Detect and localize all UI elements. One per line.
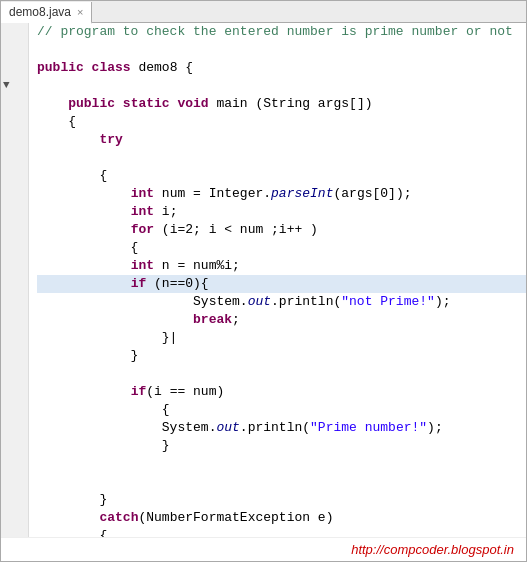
code-content[interactable]: // program to check the entered number i… bbox=[29, 23, 526, 537]
code-line: }| bbox=[37, 329, 526, 347]
code-line: int num = Integer.parseInt(args[0]); bbox=[37, 185, 526, 203]
code-line bbox=[37, 365, 526, 383]
line-gutter: ▼ bbox=[1, 23, 29, 537]
tab-bar: demo8.java × bbox=[1, 1, 526, 23]
code-line: int i; bbox=[37, 203, 526, 221]
code-line: catch(NumberFormatException e) bbox=[37, 509, 526, 527]
code-line: // program to check the entered number i… bbox=[37, 23, 526, 41]
tab-label: demo8.java bbox=[9, 5, 71, 19]
code-line: break; bbox=[37, 311, 526, 329]
code-line: public static void main (String args[]) bbox=[37, 95, 526, 113]
code-line bbox=[37, 473, 526, 491]
code-line: } bbox=[37, 437, 526, 455]
code-line: try bbox=[37, 131, 526, 149]
url-label: http://compcoder.blogspot.in bbox=[351, 542, 514, 557]
code-line: } bbox=[37, 347, 526, 365]
code-line: System.out.println("not Prime!"); bbox=[37, 293, 526, 311]
code-area: ▼ // program to check the entered number… bbox=[1, 23, 526, 537]
code-line bbox=[37, 41, 526, 59]
code-line-highlighted: if (n==0){ bbox=[37, 275, 526, 293]
editor-window: demo8.java × ▼ // program to check the e… bbox=[0, 0, 527, 562]
collapse-icon[interactable]: ▼ bbox=[3, 79, 10, 91]
code-line: public class demo8 { bbox=[37, 59, 526, 77]
code-line: { bbox=[37, 239, 526, 257]
code-line: { bbox=[37, 401, 526, 419]
code-line: if(i == num) bbox=[37, 383, 526, 401]
code-line bbox=[37, 455, 526, 473]
code-line: System.out.println("Prime number!"); bbox=[37, 419, 526, 437]
code-line bbox=[37, 77, 526, 95]
footer-url: http://compcoder.blogspot.in bbox=[1, 537, 526, 561]
code-line: { bbox=[37, 527, 526, 537]
code-line bbox=[37, 149, 526, 167]
code-line: { bbox=[37, 167, 526, 185]
tab-close-icon[interactable]: × bbox=[77, 6, 83, 18]
code-line: for (i=2; i < num ;i++ ) bbox=[37, 221, 526, 239]
code-line: { bbox=[37, 113, 526, 131]
code-line: int n = num%i; bbox=[37, 257, 526, 275]
code-line: } bbox=[37, 491, 526, 509]
tab-item-demo8[interactable]: demo8.java × bbox=[1, 2, 92, 24]
